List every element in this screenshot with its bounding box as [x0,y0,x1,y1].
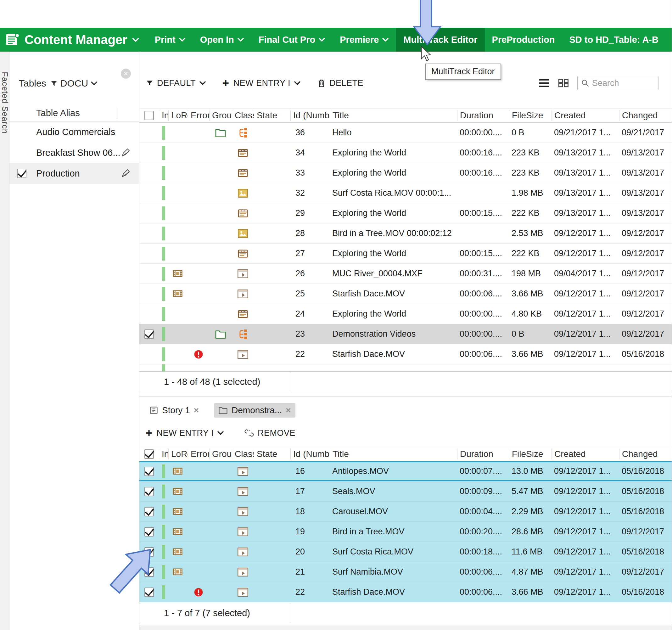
column-header-lore[interactable]: LoRe [168,110,188,121]
cell-created: 09/13/2017 1... [552,168,619,178]
column-header-title[interactable]: Title [330,449,457,460]
table-row[interactable]: 26MUC River_00004.MXF00:00:31....198 MB0… [139,264,672,284]
column-header-id-numb[interactable]: Id (Numb [290,110,330,121]
table-row[interactable]: 32Surf Costa Rica.MOV 00:00:1...1.98 MB0… [139,183,672,203]
column-header-filesize[interactable]: FileSize [509,110,552,121]
row-checkbox[interactable] [144,329,154,339]
table-row[interactable]: 25Starfish Dace.MOV00:00:06....3.66 MB09… [139,284,672,304]
delete-button[interactable]: DELETE [317,78,363,88]
menu-item-multitrack-editor[interactable]: MultiTrack Editor [396,28,484,52]
menu-item-preproduction[interactable]: PreProduction [485,28,562,52]
table-row[interactable]: 29Exploring the World00:00:15....222 KB0… [139,203,672,224]
column-header-id-numb[interactable]: Id (Numb [290,449,330,460]
chip-close-icon[interactable]: × [286,405,291,415]
table-row[interactable]: 36Hello00:00:00....0 B09/21/2017 1...09/… [139,123,672,143]
column-header-state[interactable]: State [254,110,290,121]
column-header-duration[interactable]: Duration [457,110,509,121]
column-header-class[interactable]: Class [232,449,254,460]
cell-created: 09/12/2017 1... [552,567,619,577]
table-checkbox[interactable] [17,169,26,178]
column-header-title[interactable]: Title [330,110,457,121]
chip-demonstra[interactable]: Demonstra...× [214,403,295,418]
pen-icon[interactable] [121,148,130,157]
table-row[interactable]: 16Antilopes.MOV00:00:07....13.0 MB09/12/… [139,461,672,482]
row-checkbox[interactable] [144,547,154,557]
row-checkbox[interactable] [144,527,154,537]
cell-id: 33 [290,168,330,178]
film-icon [237,208,248,219]
close-icon[interactable]: × [121,69,131,79]
grid-view-button[interactable] [558,79,569,88]
chip-close-icon[interactable]: × [194,405,199,415]
cell-id: 16 [290,466,330,476]
table-row[interactable]: 21Surf Namibia.MOV00:00:06....4.87 MB09/… [139,562,672,582]
cell-title: Surf Costa Rica.MOV [330,547,457,557]
column-header-grou[interactable]: Grou [209,110,232,121]
table-filter-value: DOCU [61,78,88,89]
search-input[interactable] [592,78,655,88]
table-row[interactable]: 34Exploring the World00:00:16....223 KB0… [139,143,672,163]
table-row[interactable]: 17Seals.MOV00:00:09....5.47 MB09/12/2017… [139,482,672,501]
table-alias-header[interactable]: Table Alias [9,105,139,121]
column-header-changed[interactable]: Changed [619,110,672,121]
table-row[interactable]: 19Bird in a Tree.MOV00:00:20....28.6 MB0… [139,522,672,542]
select-all-checkbox[interactable] [144,111,154,120]
table-row[interactable]: 18Carousel.MOV00:00:04....2.29 MB09/12/2… [139,501,672,522]
sidebar-item-breakfast-show-06[interactable]: Breakfast Show 06... [9,142,139,163]
column-header-in[interactable]: In [159,110,168,121]
row-checkbox[interactable] [144,507,154,516]
column-header-created[interactable]: Created [552,449,619,460]
menu-item-final-cut-pro[interactable]: Final Cut Pro [251,28,333,52]
column-header-grou[interactable]: Grou [209,449,232,460]
table-row[interactable]: 20Surf Costa Rica.MOV00:00:18....11.6 MB… [139,542,672,562]
row-checkbox[interactable] [144,487,154,496]
pen-icon[interactable] [121,169,130,178]
filter-default-button[interactable]: DEFAULT [146,78,206,88]
table-row[interactable]: 33Exploring the World00:00:16....223 KB0… [139,163,672,183]
column-header-filesize[interactable]: FileSize [509,449,552,460]
column-header-in[interactable]: In [159,449,168,460]
faceted-search-strip[interactable]: Faceted Search [0,52,9,630]
table-row[interactable]: 22Starfish Dace.MOV00:00:06....3.66 MB09… [139,582,672,602]
column-header-duration[interactable]: Duration [457,449,509,460]
table-row[interactable]: 27Exploring the World00:00:15....222 KB0… [139,243,672,264]
table-row[interactable]: 24Exploring the World00:00:00....4.80 KB… [139,304,672,324]
row-checkbox[interactable] [144,467,154,476]
table-row[interactable]: 22Starfish Dace.MOV00:00:06....3.66 MB09… [139,344,672,365]
row-checkbox[interactable] [144,587,154,597]
chip-story-1[interactable]: Story 1× [145,403,203,418]
sidebar-item-audio-commercials[interactable]: Audio Commercials [9,121,139,142]
column-header-class[interactable]: Class [232,110,254,121]
menu-item-premiere[interactable]: Premiere [333,28,396,52]
new-entry-button[interactable]: + NEW ENTRY I [146,427,224,439]
table-row[interactable]: 28Bird in a Tree.MOV 00:00:02:122.53 MB0… [139,224,672,243]
column-header-created[interactable]: Created [552,110,619,121]
row-checkbox[interactable] [144,567,154,577]
status-bar [162,247,165,261]
menu-item-sd-to-hd-table-a-b[interactable]: SD to HD_Table: A-B [562,28,666,52]
column-header-state[interactable]: State [254,449,290,460]
column-header-changed[interactable]: Changed [619,449,672,460]
menu-item-utilities[interactable]: Utilities [666,28,672,52]
sidebar-item-production[interactable]: Production [9,163,139,184]
menu-item-open-in[interactable]: Open In [193,28,251,52]
table-row[interactable]: 23Demonstration Videos00:00:00....0 B09/… [139,324,672,344]
column-header-error[interactable]: Error [188,110,209,121]
chip-label: Demonstra... [232,405,282,415]
column-header-error[interactable]: Error [188,449,209,460]
column-header-lore[interactable]: LoRe [168,449,188,460]
cell-created: 09/12/2017 1... [552,329,619,339]
folderGray-icon [218,406,228,415]
search-box[interactable] [577,76,658,90]
cell-title: Starfish Dace.MOV [330,349,457,359]
menu-item-print[interactable]: Print [148,28,193,52]
new-entry-button[interactable]: + NEW ENTRY I [222,77,301,89]
table-alias-label: Audio Commercials [36,127,115,137]
table-filter-button[interactable]: DOCU [50,78,98,89]
horizontal-scrollbar[interactable] [139,626,672,630]
select-all-checkbox[interactable] [144,449,154,459]
list-view-button[interactable] [538,79,550,88]
menu-item-label: Final Cut Pro [259,34,315,45]
remove-button[interactable]: REMOVE [244,428,295,438]
app-brand[interactable]: Content Manager [0,28,148,52]
